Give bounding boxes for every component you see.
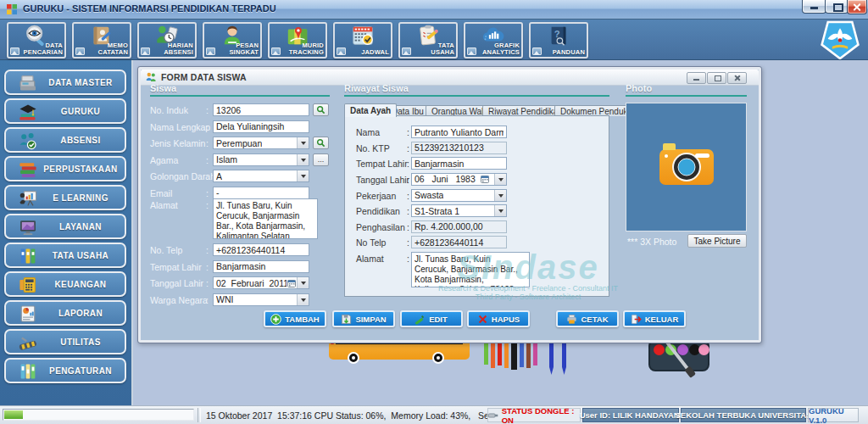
dropdown-arrow-icon [494, 174, 506, 185]
form-window-title: FORM DATA SISWA [161, 72, 247, 82]
tambah-button[interactable]: TAMBAH [264, 310, 326, 327]
binders-icon [18, 246, 38, 266]
form-window-titlebar: FORM DATA SISWA [141, 70, 759, 86]
take-picture-button[interactable]: Take Picture [687, 234, 747, 248]
minimize-button[interactable] [802, 0, 826, 14]
edit-button[interactable]: EDIT [400, 310, 463, 327]
field-jenis-kelamin: Jenis Kelamin: Perempuan [150, 137, 330, 150]
alamat-textarea[interactable]: Jl. Tunas Baru, Kuin Cerucuk, Banjarmasi… [213, 198, 318, 239]
toolbar-button-grafik-analytics[interactable]: GRAFIK ANALYTICS [464, 22, 523, 59]
golongan-darah-select[interactable]: A [213, 170, 309, 182]
ayah-penghasilan-input[interactable] [411, 220, 507, 233]
jenis-kelamin-select[interactable]: Perempuan [213, 137, 309, 149]
no-induk-input[interactable] [213, 103, 309, 116]
simpan-button[interactable]: SIMPAN [332, 310, 395, 327]
search-kelamin-button[interactable] [313, 137, 329, 149]
toolbar-button-jadwal[interactable]: JADWAL [333, 22, 392, 59]
field-ayah-pendidikan: Pendidikan: S1-Strata 1 [356, 204, 606, 218]
photo-preview-box [626, 103, 747, 232]
magnifier-icon [316, 105, 326, 114]
mini-image-icon [206, 47, 215, 55]
cetak-button[interactable]: CETAK [556, 310, 619, 327]
tools-icon [18, 332, 38, 353]
form-minimize-button[interactable] [687, 72, 706, 84]
monitor-icon [18, 217, 38, 237]
user-id-panel: User ID: LILIK HANDAYANI [582, 408, 679, 422]
field-ayah-nama: Nama: [356, 126, 606, 139]
ayah-no-telp-input[interactable] [411, 236, 507, 248]
toolbar-button-pesan-singkat[interactable]: PESAN SINGKAT [203, 22, 262, 59]
tab-data-ayah[interactable]: Data Ayah [344, 103, 397, 117]
sidebar-item-guruku[interactable]: GURUKU [4, 98, 126, 124]
exit-icon [631, 314, 642, 325]
calendar-icon [287, 277, 298, 288]
close-button[interactable] [847, 0, 867, 14]
svg-text:?: ? [554, 29, 560, 39]
siswa-section-underline [150, 95, 330, 97]
agama-more-button[interactable]: ... [313, 153, 329, 166]
tanggal-lahir-datepicker[interactable]: 02 Februari 2011 [213, 276, 309, 289]
ayah-alamat-textarea[interactable]: Jl. Tunas Baru, Kuin Cerucuk, Banjarmasi… [411, 252, 530, 287]
riwayat-section-underline [344, 95, 609, 97]
form-close-button[interactable] [727, 72, 747, 84]
photo-section-header: Photo [626, 83, 652, 93]
search-siswa-button[interactable] [313, 103, 329, 116]
dropdown-arrow-icon [494, 205, 506, 216]
ayah-ktp-input[interactable] [411, 142, 507, 154]
maximize-button[interactable] [825, 0, 849, 14]
maximize-icon [833, 3, 843, 12]
magnifier-icon [316, 138, 326, 148]
app-logo-icon [6, 3, 18, 15]
statusbar: 15 Oktober 2017 15:37:16 CPU Status: 06%… [0, 405, 868, 424]
keluar-button[interactable]: KELUAR [623, 310, 686, 327]
ayah-nama-input[interactable] [411, 126, 507, 138]
nama-lengkap-input[interactable] [213, 120, 309, 133]
field-ayah-pekerjaan: Pekerjaan: Swasta [356, 189, 606, 203]
field-golongan-darah: Golongan Darah: A [150, 170, 330, 183]
warga-negara-select[interactable]: WNI [213, 293, 309, 306]
ayah-tanggal-lahir-datepicker[interactable]: 06 Juni 1983 [411, 173, 507, 186]
toolbar-button-memo-catatan[interactable]: MEMO CATATAN [72, 22, 131, 59]
email-input[interactable] [213, 187, 309, 199]
toolbar-button-murid-tracking[interactable]: MURID TRACKING [268, 22, 327, 59]
mini-image-icon [141, 47, 150, 55]
form-data-siswa-window: FORM DATA SISWA Siswa No. Induk: Nama Le… [137, 66, 762, 343]
field-tanggal-lahir: Tanggal Lahir: 02 Februari 2011 [150, 276, 330, 290]
ayah-tempat-lahir-input[interactable] [411, 157, 507, 170]
hapus-button[interactable]: HAPUS [467, 310, 530, 327]
toolbar-button-data-pencarian[interactable]: DATA PENCARIAN [7, 22, 66, 59]
people-check-icon [18, 131, 38, 151]
dongle-status: STATUS DONGLE : ON [487, 408, 581, 422]
field-no-induk: No. Induk: [150, 103, 330, 117]
tempat-lahir-input[interactable] [213, 260, 309, 273]
ayah-pekerjaan-select[interactable]: Swasta [411, 189, 507, 202]
students-group-icon [145, 71, 157, 83]
books-stack-icon [18, 159, 38, 180]
toolbar-button-panduan[interactable]: ? PANDUAN [529, 22, 588, 59]
toolbar-button-tata-usaha[interactable]: TATA USAHA [398, 22, 458, 59]
sidebar-item-e-learning[interactable]: E LEARNING [4, 185, 126, 210]
sidebar-item-data-master[interactable]: DATA MASTER [4, 70, 126, 95]
sidebar-item-perpustakaan[interactable]: PERPUSTAKAAN [4, 156, 126, 181]
sidebar-item-absensi[interactable]: ABSENSI [4, 127, 126, 153]
agama-select[interactable]: Islam [213, 153, 309, 166]
field-nama-lengkap: Nama Lengkap: [150, 120, 330, 134]
toolbar-button-harian-absensi[interactable]: HARIAN ABSENSI [137, 22, 197, 59]
no-telp-input[interactable] [213, 243, 309, 256]
sidebar-item-keuangan[interactable]: KEUANGAN [4, 271, 126, 297]
sidebar-item-layanan[interactable]: LAYANAN [4, 214, 126, 239]
sidebar-item-pengaturan[interactable]: PENGATURAN [4, 358, 126, 383]
sidebar-item-utilitas[interactable]: UTILITAS [4, 329, 126, 354]
field-warga-negara: Warga Negara: WNI [150, 293, 330, 307]
form-maximize-button[interactable] [707, 72, 726, 84]
minimize-icon [810, 7, 818, 9]
settings-binders-icon [18, 361, 38, 382]
mini-image-icon [532, 47, 542, 55]
ayah-pendidikan-select[interactable]: S1-Strata 1 [411, 204, 507, 217]
photo-note: *** 3X Photo [627, 237, 676, 247]
field-agama: Agama: Islam ... [150, 153, 330, 167]
sidebar-item-laporan[interactable]: LAPORAN [4, 300, 126, 326]
sidebar-item-tata-usaha[interactable]: TATA USAHA [4, 243, 126, 268]
progress-fill [4, 410, 23, 419]
dropdown-arrow-icon [297, 170, 309, 181]
